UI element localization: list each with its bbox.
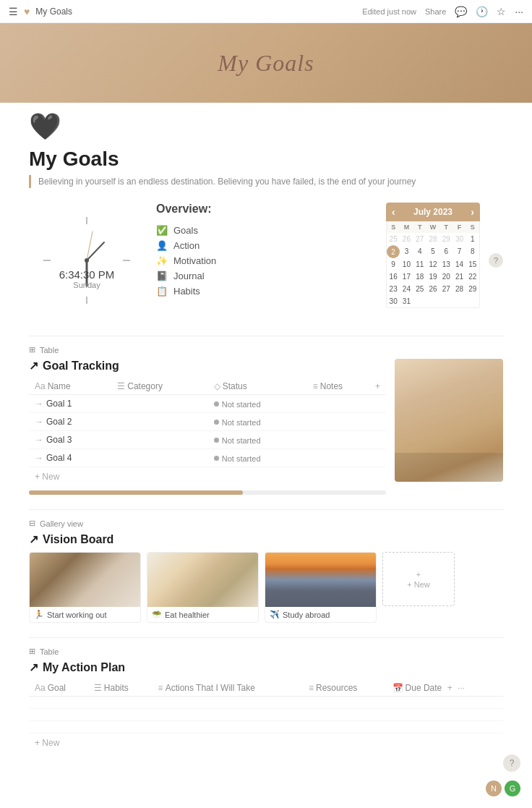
info-row: 6:34:30 PM Sunday Overview: ✅ Goals 👤: [29, 203, 503, 318]
banner-title: My Goals: [218, 50, 314, 77]
action-plan-title[interactable]: ↗ My Action Plan: [29, 660, 503, 674]
goal-row-4[interactable]: →Goal 4 Not started: [29, 449, 386, 467]
goal-row-1[interactable]: →Goal 1 Not started: [29, 395, 386, 413]
overview-item-journal[interactable]: 📓 Journal: [156, 268, 374, 284]
overview-item-habits[interactable]: 📋 Habits: [156, 284, 374, 299]
goal-row-2[interactable]: →Goal 2 Not started: [29, 413, 386, 431]
action-row-1[interactable]: [29, 697, 503, 709]
add-col-button[interactable]: +: [375, 381, 380, 391]
action-duedate-2: [387, 709, 503, 721]
page-heart-icon: 🖤: [29, 111, 61, 141]
cal-day[interactable]: 5: [426, 245, 439, 258]
action-col-resources: ≡Resources: [303, 680, 387, 697]
vision-card-travel[interactable]: ✈️ Study abroad: [265, 552, 377, 623]
gallery-icon: ⊟: [29, 519, 35, 528]
action-duedate-1: [387, 697, 503, 709]
calendar-help-button[interactable]: ?: [489, 253, 503, 268]
goal-notes-1: [307, 395, 386, 413]
action-add-col-button[interactable]: +: [447, 683, 452, 693]
cal-day[interactable]: 30: [452, 233, 466, 245]
more-icon[interactable]: ···: [515, 6, 523, 17]
cal-day[interactable]: 21: [452, 271, 466, 283]
cal-day[interactable]: 16: [387, 271, 400, 283]
cal-day[interactable]: 25: [413, 283, 426, 295]
cal-day[interactable]: 26: [426, 283, 439, 295]
goal-add-new-button[interactable]: + New: [29, 467, 386, 486]
cal-day[interactable]: 28: [452, 283, 466, 295]
action-table-header: AaGoal ☰Habits ≡Actions That I Will Take…: [29, 680, 503, 697]
action-row-3[interactable]: [29, 721, 503, 733]
share-button[interactable]: Share: [425, 7, 446, 16]
cal-day[interactable]: 25: [387, 233, 400, 245]
action-actions-3: [153, 721, 303, 733]
cal-row-2: 2 3 4 5 6 7 8: [387, 245, 479, 258]
cal-day[interactable]: 20: [439, 271, 452, 283]
goal-tracking-title[interactable]: ↗ Goal Tracking: [29, 359, 386, 373]
clock-icon[interactable]: 🕐: [476, 6, 488, 17]
goal-row-3[interactable]: →Goal 3 Not started: [29, 431, 386, 449]
heart-icon[interactable]: ♥: [24, 6, 30, 17]
cal-day[interactable]: 24: [400, 283, 413, 295]
cal-day[interactable]: 28: [426, 233, 439, 245]
cal-day: [426, 295, 439, 307]
cal-day[interactable]: 31: [400, 295, 413, 307]
heart-section: 🖤: [0, 103, 532, 142]
status-green-badge[interactable]: G: [505, 781, 520, 796]
cal-day-today[interactable]: 2: [387, 245, 400, 258]
vision-card-food[interactable]: 🥗 Eat healthier: [147, 552, 259, 623]
cal-day[interactable]: 17: [400, 271, 413, 283]
cal-day[interactable]: 27: [413, 233, 426, 245]
star-icon[interactable]: ☆: [497, 6, 506, 17]
svg-point-7: [85, 258, 89, 263]
cal-day[interactable]: 22: [466, 271, 479, 283]
overview-action-label: Action: [173, 240, 200, 251]
cal-day[interactable]: 15: [466, 258, 479, 271]
action-add-new-button[interactable]: + New: [29, 733, 503, 752]
cal-header-sa: S: [466, 221, 479, 233]
travel-image: [265, 553, 376, 607]
cal-day[interactable]: 29: [439, 233, 452, 245]
action-more-col-button[interactable]: ···: [458, 683, 465, 693]
overview-item-motivation[interactable]: ✨ Motivation: [156, 253, 374, 268]
action-row-2[interactable]: [29, 709, 503, 721]
overview-habits-label: Habits: [173, 286, 200, 297]
cal-day[interactable]: 7: [452, 245, 466, 258]
cal-day[interactable]: 14: [452, 258, 466, 271]
overview-item-goals[interactable]: ✅ Goals: [156, 223, 374, 238]
vision-card-workout[interactable]: 🏃 Start working out: [29, 552, 141, 623]
cal-day[interactable]: 6: [439, 245, 452, 258]
menu-icon[interactable]: ☰: [9, 6, 18, 17]
cal-day[interactable]: 27: [439, 283, 452, 295]
cal-day[interactable]: 12: [426, 258, 439, 271]
vision-add-button[interactable]: + + New: [382, 552, 455, 606]
goal-tracking-section: ⊞ Table ↗ Goal Tracking AaName ☰Category: [29, 345, 503, 495]
cal-prev[interactable]: ‹: [392, 206, 395, 218]
cal-next[interactable]: ›: [471, 206, 474, 218]
goal-table-scrollbar[interactable]: [29, 490, 386, 495]
cal-day[interactable]: 23: [387, 283, 400, 295]
goal-table-area: ↗ Goal Tracking AaName ☰Category ◇Status…: [29, 359, 386, 495]
notion-icon-badge[interactable]: N: [486, 781, 502, 796]
cal-day[interactable]: 10: [400, 258, 413, 271]
cal-day[interactable]: 11: [413, 258, 426, 271]
comment-icon[interactable]: 💬: [455, 6, 467, 17]
cal-day[interactable]: 8: [466, 245, 479, 258]
cal-day[interactable]: 1: [466, 233, 479, 245]
banner: My Goals: [0, 23, 532, 103]
action-resources-1: [303, 697, 387, 709]
motivation-icon: ✨: [156, 255, 168, 266]
cal-day[interactable]: 13: [439, 258, 452, 271]
vision-board-title[interactable]: ↗ Vision Board: [29, 532, 503, 546]
cal-day[interactable]: 4: [413, 245, 426, 258]
cal-day[interactable]: 30: [387, 295, 400, 307]
cal-day[interactable]: 26: [400, 233, 413, 245]
help-button-main[interactable]: ?: [503, 754, 520, 772]
overview: Overview: ✅ Goals 👤 Action ✨ Motivation: [156, 203, 374, 299]
cal-day[interactable]: 19: [426, 271, 439, 283]
overview-item-action[interactable]: 👤 Action: [156, 238, 374, 253]
cal-day[interactable]: 3: [400, 245, 413, 258]
cal-day[interactable]: 18: [413, 271, 426, 283]
action-col-duedate: 📅Due Date + ···: [387, 680, 503, 697]
cal-day[interactable]: 29: [466, 283, 479, 295]
cal-day[interactable]: 9: [387, 258, 400, 271]
